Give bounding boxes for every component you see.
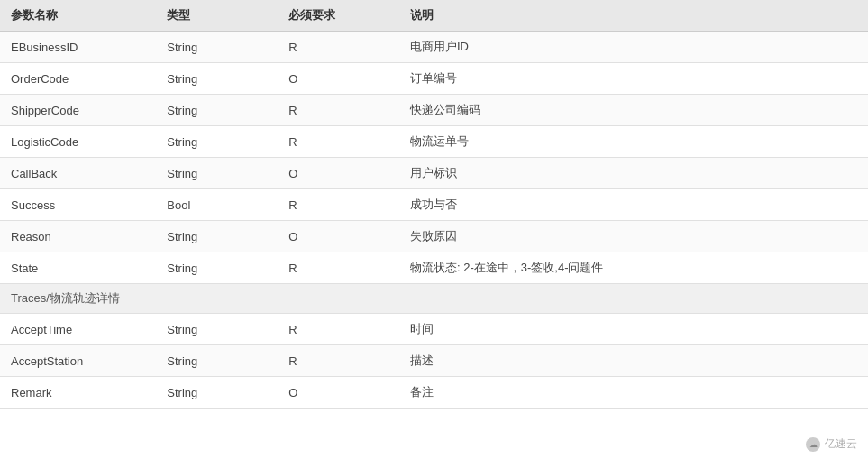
cell-required: R <box>278 314 399 345</box>
table-row: ShipperCodeStringR快递公司编码 <box>0 95 868 126</box>
cell-type: String <box>156 126 278 158</box>
header-required: 必须要求 <box>278 0 399 32</box>
table-row: LogisticCodeStringR物流运单号 <box>0 126 868 158</box>
cell-required: O <box>278 158 399 189</box>
cell-type: String <box>156 377 278 409</box>
cell-type: String <box>156 314 278 345</box>
cell-type: String <box>156 221 278 252</box>
cell-required: O <box>278 221 399 252</box>
section-label: Traces/物流轨迹详情 <box>0 284 868 314</box>
cell-desc: 时间 <box>399 314 868 345</box>
cell-name: Remark <box>0 377 156 409</box>
cell-name: Success <box>0 189 156 221</box>
table-row: Traces/物流轨迹详情 <box>0 284 868 314</box>
cell-name: EBusinessID <box>0 32 156 63</box>
cell-type: String <box>156 345 278 377</box>
table-row: OrderCodeStringO订单编号 <box>0 63 868 95</box>
watermark-text: 亿速云 <box>825 436 857 452</box>
table-row: ReasonStringO失败原因 <box>0 221 868 252</box>
watermark-icon: ☁ <box>806 437 820 452</box>
table-row: AcceptStationStringR描述 <box>0 345 868 377</box>
cell-name: OrderCode <box>0 63 156 95</box>
cell-type: String <box>156 95 278 126</box>
cell-type: Bool <box>156 189 278 221</box>
table-row: StateStringR物流状态: 2-在途中，3-签收,4-问题件 <box>0 252 868 284</box>
page-container: 参数名称 类型 必须要求 说明 EBusinessIDStringR电商用户ID… <box>0 0 868 459</box>
cell-type: String <box>156 158 278 189</box>
cell-required: R <box>278 252 399 284</box>
cell-desc: 描述 <box>399 345 868 377</box>
cell-name: CallBack <box>0 158 156 189</box>
cell-name: ShipperCode <box>0 95 156 126</box>
cell-required: R <box>278 95 399 126</box>
cell-type: String <box>156 63 278 95</box>
cell-required: R <box>278 126 399 158</box>
cell-desc: 快递公司编码 <box>399 95 868 126</box>
cell-desc: 物流状态: 2-在途中，3-签收,4-问题件 <box>399 252 868 284</box>
cell-required: R <box>278 32 399 63</box>
params-table: 参数名称 类型 必须要求 说明 EBusinessIDStringR电商用户ID… <box>0 0 868 409</box>
cell-desc: 成功与否 <box>399 189 868 221</box>
cell-name: AcceptTime <box>0 314 156 345</box>
cell-required: O <box>278 377 399 409</box>
table-row: RemarkStringO备注 <box>0 377 868 409</box>
header-name: 参数名称 <box>0 0 156 32</box>
cell-desc: 失败原因 <box>399 221 868 252</box>
cell-name: Reason <box>0 221 156 252</box>
cell-desc: 备注 <box>399 377 868 409</box>
cell-desc: 物流运单号 <box>399 126 868 158</box>
cell-desc: 用户标识 <box>399 158 868 189</box>
cell-required: R <box>278 189 399 221</box>
cell-name: State <box>0 252 156 284</box>
cell-desc: 电商用户ID <box>399 32 868 63</box>
cell-name: LogisticCode <box>0 126 156 158</box>
table-row: CallBackStringO用户标识 <box>0 158 868 189</box>
header-type: 类型 <box>156 0 278 32</box>
cell-type: String <box>156 32 278 63</box>
watermark: ☁ 亿速云 <box>806 436 857 452</box>
table-row: EBusinessIDStringR电商用户ID <box>0 32 868 63</box>
cell-required: O <box>278 63 399 95</box>
cell-name: AcceptStation <box>0 345 156 377</box>
cell-required: R <box>278 345 399 377</box>
cell-type: String <box>156 252 278 284</box>
cell-desc: 订单编号 <box>399 63 868 95</box>
table-row: AcceptTimeStringR时间 <box>0 314 868 345</box>
header-desc: 说明 <box>399 0 868 32</box>
table-row: SuccessBoolR成功与否 <box>0 189 868 221</box>
table-header-row: 参数名称 类型 必须要求 说明 <box>0 0 868 32</box>
